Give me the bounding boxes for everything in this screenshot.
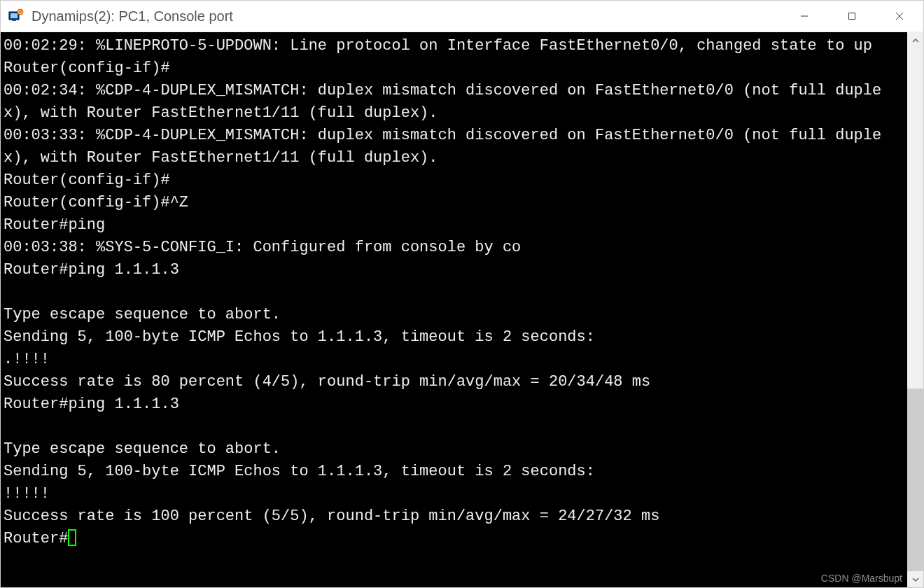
terminal-cursor [68,529,76,546]
terminal-line [4,416,904,438]
terminal-line: Router(config-if)# [4,57,904,80]
scroll-track[interactable] [907,48,923,571]
minimize-button[interactable] [780,1,828,31]
scroll-down-button[interactable] [907,571,923,587]
svg-rect-5 [849,13,855,20]
terminal-line: Success rate is 80 percent (4/5), round-… [4,371,904,393]
terminal-line: Router#ping [4,214,904,237]
terminal-line: Type escape sequence to abort. [4,438,904,461]
terminal-line: Success rate is 100 percent (5/5), round… [4,505,904,528]
app-icon [8,8,24,24]
terminal-line: .!!!! [4,349,904,371]
terminal-prompt: Router# [4,530,68,547]
close-button[interactable] [876,1,923,31]
terminal-output[interactable]: 00:02:29: %LINEPROTO-5-UPDOWN: Line prot… [1,32,907,587]
terminal-line: Type escape sequence to abort. [4,304,904,326]
vertical-scrollbar[interactable] [907,32,923,587]
terminal-prompt-line: Router# [4,528,904,550]
terminal-line: Router#ping 1.1.1.3 [4,393,904,416]
svg-rect-1 [10,13,18,18]
terminal-line: Sending 5, 100-byte ICMP Echos to 1.1.1.… [4,326,904,349]
client-area: 00:02:29: %LINEPROTO-5-UPDOWN: Line prot… [1,32,923,587]
window-controls [780,1,923,31]
terminal-line: Router(config-if)#^Z [4,192,904,214]
terminal-line: 00:02:34: %CDP-4-DUPLEX_MISMATCH: duplex… [4,80,904,125]
terminal-line [4,281,904,304]
window-frame: Dynamips(2): PC1, Console port 00:02:29:… [0,0,924,588]
scroll-thumb[interactable] [907,388,923,571]
titlebar[interactable]: Dynamips(2): PC1, Console port [1,1,923,32]
terminal-line: 00:02:29: %LINEPROTO-5-UPDOWN: Line prot… [4,35,904,57]
svg-rect-2 [12,20,16,21]
terminal-line: !!!!! [4,483,904,505]
window-title: Dynamips(2): PC1, Console port [31,8,780,24]
terminal-line: Router#ping 1.1.1.3 [4,259,904,281]
terminal-line: 00:03:38: %SYS-5-CONFIG_I: Configured fr… [4,237,904,259]
terminal-line: 00:03:33: %CDP-4-DUPLEX_MISMATCH: duplex… [4,125,904,169]
maximize-button[interactable] [828,1,876,31]
terminal-line: Router(config-if)# [4,169,904,192]
scroll-up-button[interactable] [907,32,923,48]
terminal-line: Sending 5, 100-byte ICMP Echos to 1.1.1.… [4,461,904,483]
